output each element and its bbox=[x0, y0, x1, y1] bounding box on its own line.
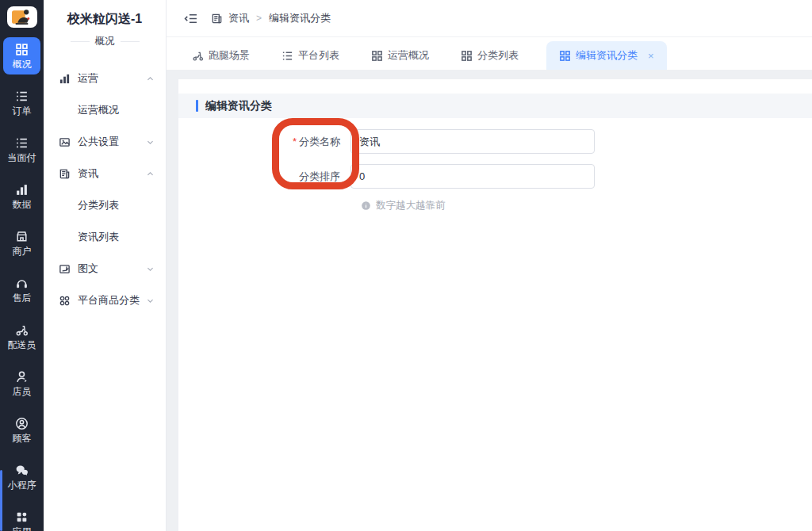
chevron-up-icon bbox=[146, 170, 155, 178]
tab-category-list[interactable]: 分类列表 bbox=[457, 41, 523, 70]
section-title: 编辑资讯分类 bbox=[205, 99, 272, 113]
chart-icon bbox=[59, 73, 71, 85]
headset-icon bbox=[15, 277, 29, 290]
menu-item-news[interactable]: 资讯 bbox=[44, 158, 166, 189]
sort-hint-text: 数字越大越靠前 bbox=[376, 199, 446, 212]
rail-item-label: 商户 bbox=[13, 246, 32, 257]
news-icon bbox=[59, 168, 71, 180]
user-icon bbox=[15, 370, 29, 384]
accent-bar bbox=[196, 100, 198, 112]
tab-errand-scene[interactable]: 跑腿场景 bbox=[188, 41, 254, 70]
menu-item-label: 运营 bbox=[78, 71, 98, 86]
category-sort-label: 分类排序 bbox=[178, 170, 350, 184]
divider bbox=[71, 41, 90, 42]
menu-item-image-text[interactable]: 图文 bbox=[44, 253, 166, 285]
rail-item-label: 概况 bbox=[13, 59, 32, 70]
chevron-down-icon bbox=[146, 296, 155, 305]
section-header: 编辑资讯分类 bbox=[178, 94, 812, 118]
rail-item-clerk[interactable]: 店员 bbox=[3, 365, 40, 402]
rail-item-overview[interactable]: 概况 bbox=[3, 37, 40, 74]
store-title: 校米粒闪送-1 bbox=[44, 11, 166, 28]
user-circle-icon bbox=[15, 417, 29, 430]
list-icon bbox=[15, 90, 29, 103]
menu-item-operation[interactable]: 运营 bbox=[44, 63, 166, 94]
rail-item-aftersale[interactable]: 售后 bbox=[3, 271, 40, 308]
menu-item-news-list[interactable]: 资讯列表 bbox=[44, 221, 166, 253]
menu-item-label: 资讯 bbox=[78, 166, 98, 181]
category-sort-input[interactable] bbox=[350, 164, 595, 189]
secondary-sidebar: 校米粒闪送-1 概况 运营 运营概况 公共设置 资讯 分类列表 资讯列表 bbox=[44, 0, 167, 531]
rail-item-data[interactable]: 数据 bbox=[3, 178, 40, 215]
topbar: 资讯 > 编辑资讯分类 bbox=[167, 0, 812, 37]
rail-item-label: 数据 bbox=[13, 199, 32, 210]
breadcrumb-separator: > bbox=[256, 13, 262, 24]
grid-icon bbox=[461, 50, 473, 62]
breadcrumb: 资讯 > 编辑资讯分类 bbox=[211, 11, 331, 25]
rail-item-customer[interactable]: 顾客 bbox=[3, 411, 40, 449]
rail-item-label: 订单 bbox=[13, 105, 32, 117]
news-icon bbox=[211, 13, 223, 25]
rail-item-facepay[interactable]: 当面付 bbox=[3, 131, 40, 168]
rail-item-label: 店员 bbox=[13, 386, 32, 397]
divider bbox=[121, 41, 140, 42]
scooter-icon bbox=[15, 323, 29, 337]
tab-label: 分类列表 bbox=[477, 48, 519, 63]
tab-label: 编辑资讯分类 bbox=[576, 48, 638, 63]
menu-item-label: 运营概况 bbox=[78, 103, 119, 117]
logo-image bbox=[11, 6, 33, 28]
main-area: 资讯 > 编辑资讯分类 跑腿场景 平台列表 运营概况 分类列表 编辑资讯分类 × bbox=[167, 0, 812, 531]
category-name-label: *分类名称 bbox=[178, 135, 350, 149]
list-icon bbox=[282, 50, 293, 62]
menu-item-category-list[interactable]: 分类列表 bbox=[44, 189, 166, 221]
tab-platform-list[interactable]: 平台列表 bbox=[278, 41, 343, 70]
sidebar-section-label: 概况 bbox=[95, 35, 115, 48]
edit-panel: 编辑资讯分类 *分类名称 分类排序 数字越大越靠前 bbox=[178, 79, 812, 531]
tab-bar: 跑腿场景 平台列表 运营概况 分类列表 编辑资讯分类 × bbox=[167, 37, 812, 70]
menu-item-platform-product-category[interactable]: 平台商品分类 bbox=[44, 285, 166, 316]
rail-item-label: 顾客 bbox=[13, 433, 32, 444]
tab-operation-overview[interactable]: 运营概况 bbox=[367, 41, 433, 70]
side-menu: 运营 运营概况 公共设置 资讯 分类列表 资讯列表 图文 平台商 bbox=[44, 63, 166, 316]
category-name-input[interactable] bbox=[350, 129, 595, 154]
sidebar-section: 概况 bbox=[44, 35, 166, 48]
bar-chart-icon bbox=[15, 183, 29, 197]
rail-item-apps[interactable]: 应用 bbox=[3, 505, 40, 531]
apps-icon bbox=[15, 510, 29, 524]
rail-item-miniprogram[interactable]: 小程序 bbox=[3, 458, 40, 495]
content-area: 编辑资讯分类 *分类名称 分类排序 数字越大越靠前 bbox=[167, 70, 812, 531]
rail-item-orders[interactable]: 订单 bbox=[3, 84, 40, 121]
menu-item-operation-overview[interactable]: 运营概况 bbox=[44, 94, 166, 126]
app-logo[interactable] bbox=[7, 6, 37, 28]
circles-icon bbox=[59, 295, 71, 307]
tab-label: 跑腿场景 bbox=[209, 48, 250, 63]
menu-item-label: 资讯列表 bbox=[78, 230, 119, 244]
menu-fold-icon[interactable] bbox=[184, 12, 197, 25]
tab-label: 平台列表 bbox=[298, 48, 339, 63]
close-icon[interactable]: × bbox=[648, 50, 654, 62]
image-icon bbox=[59, 136, 71, 148]
menu-item-label: 图文 bbox=[78, 262, 98, 276]
rail-item-label: 当面付 bbox=[8, 152, 36, 163]
form-row-category-name: *分类名称 bbox=[178, 129, 812, 154]
chevron-down-icon bbox=[146, 138, 155, 147]
breadcrumb-current: 编辑资讯分类 bbox=[269, 11, 331, 25]
rail-item-courier[interactable]: 配送员 bbox=[3, 318, 40, 355]
store-icon bbox=[15, 230, 29, 243]
chat-bubbles-icon bbox=[15, 464, 29, 477]
grid-icon bbox=[371, 50, 383, 62]
image-edit-icon bbox=[59, 263, 71, 275]
list-icon bbox=[15, 136, 29, 150]
breadcrumb-root[interactable]: 资讯 bbox=[228, 11, 249, 25]
edit-form: *分类名称 分类排序 数字越大越靠前 bbox=[178, 129, 812, 212]
icon-rail: 概况 订单 当面付 数据 商户 售后 配送员 店员 顾客 小程序 应用 bbox=[0, 0, 44, 531]
rail-item-merchant[interactable]: 商户 bbox=[3, 224, 40, 262]
menu-item-label: 分类列表 bbox=[78, 198, 119, 212]
menu-item-label: 公共设置 bbox=[78, 135, 119, 149]
rail-item-label: 售后 bbox=[13, 292, 32, 304]
tab-edit-news-category[interactable]: 编辑资讯分类 × bbox=[546, 41, 667, 70]
menu-item-public-settings[interactable]: 公共设置 bbox=[44, 126, 166, 158]
grid-icon bbox=[15, 43, 29, 56]
sort-hint: 数字越大越靠前 bbox=[361, 199, 812, 212]
menu-item-label: 平台商品分类 bbox=[78, 293, 140, 308]
rail-scrollbar[interactable] bbox=[0, 470, 2, 531]
